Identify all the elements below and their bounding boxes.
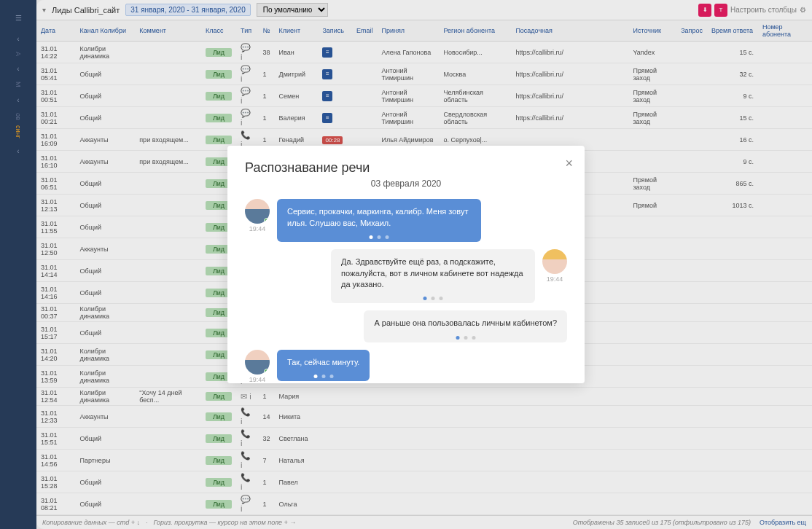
modal-overlay[interactable]: × Распознавание речи 03 февраля 2020 19:… [0,0,812,529]
avatar [245,199,270,224]
modal-date: 03 февраля 2020 [245,179,567,189]
message-bubble: Так, сейчас минуту. [277,350,370,381]
chat-message: 19:44Сервис, прокачки, маркинга, калибр.… [245,199,567,242]
message-time: 19:44 [547,275,563,283]
message-time: 19:44 [249,225,266,232]
close-icon[interactable]: × [565,156,573,171]
chat-message: Да. Здравствуйте ещё раз, а подскажите, … [245,249,567,303]
message-bubble: Да. Здравствуйте ещё раз, а подскажите, … [331,249,535,303]
modal-title: Распознавание речи [245,160,567,176]
message-time: 19:44 [249,376,266,383]
message-bubble: Сервис, прокачки, маркинга, калибр. Меня… [277,199,481,242]
message-bubble: А раньше она пользовалась личным кабинет… [364,310,567,342]
chat-message: 19:44Так, сейчас минуту. [245,350,567,383]
avatar [542,249,567,274]
speech-modal: × Распознавание речи 03 февраля 2020 19:… [227,146,585,383]
chat: 19:44Сервис, прокачки, маркинга, калибр.… [245,199,567,383]
avatar [245,350,270,375]
chat-message: А раньше она пользовалась личным кабинет… [245,310,567,342]
